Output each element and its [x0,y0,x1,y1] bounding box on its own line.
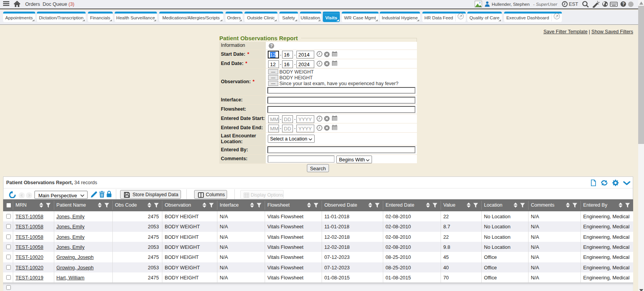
svg-text:?: ? [622,2,625,6]
svg-text:?: ? [270,43,273,48]
